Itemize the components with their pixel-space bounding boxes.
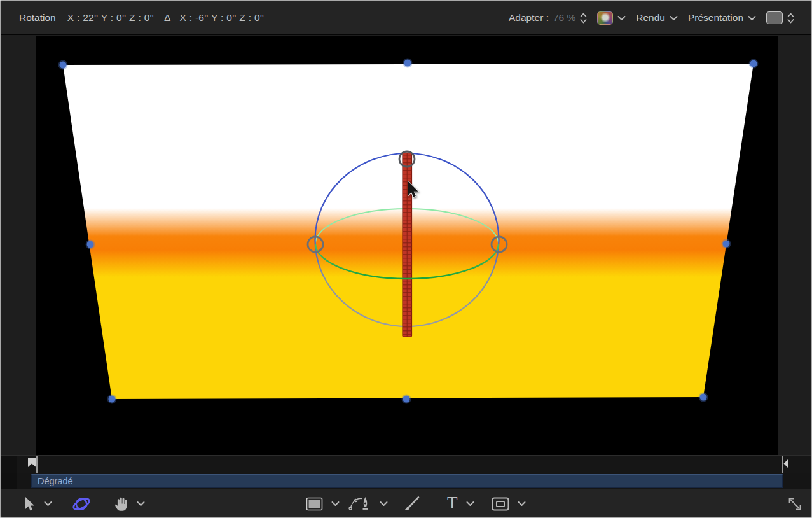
hand-icon	[113, 496, 128, 512]
paintbrush-icon	[403, 496, 421, 512]
canvas-toolbar: T	[1, 489, 811, 518]
motion-canvas-window: Rotation X : 22° Y : 0° Z : 0° Δ X : -6°…	[0, 0, 812, 518]
timeline-left-gutter	[1, 456, 17, 473]
selection-handle[interactable]	[60, 62, 67, 69]
display-rectangle-icon	[766, 11, 783, 24]
selection-handle[interactable]	[750, 60, 757, 67]
selection-handle[interactable]	[723, 241, 730, 248]
chevron-down-icon	[670, 15, 678, 21]
color-channels-icon	[597, 11, 613, 25]
timing-display: Dégradé	[1, 473, 811, 489]
chevron-down-icon	[748, 15, 756, 21]
canvas-viewport[interactable]	[36, 36, 778, 455]
bezier-pen-tool[interactable]	[348, 489, 388, 518]
3d-transform-tool-active[interactable]	[71, 489, 92, 518]
resize-timeline-control[interactable]	[787, 489, 803, 518]
zoom-label: Adapter :	[509, 12, 549, 24]
display-layout-control[interactable]	[766, 11, 794, 24]
text-tool-icon: T	[447, 494, 458, 512]
canvas-scene	[36, 36, 778, 455]
rotation-label: Rotation	[19, 12, 56, 24]
view-presentation-menu[interactable]: Présentation	[688, 12, 756, 24]
rotation-values: X : 22° Y : 0° Z : 0°	[67, 12, 154, 24]
rotation-status: Rotation X : 22° Y : 0° Z : 0° Δ X : -6°…	[19, 12, 264, 24]
chevron-down-icon[interactable]	[380, 501, 388, 507]
mask-shape-tool[interactable]	[492, 489, 526, 518]
selection-handle[interactable]	[404, 60, 411, 67]
track-label: Dégradé	[38, 476, 73, 486]
selection-handle[interactable]	[87, 241, 94, 248]
chevron-down-icon[interactable]	[331, 501, 340, 507]
render-menu-label: Rendu	[636, 12, 665, 24]
selection-handle[interactable]	[700, 394, 707, 401]
pan-hand-tool[interactable]	[113, 489, 145, 518]
chevron-down-icon[interactable]	[518, 501, 526, 507]
arrow-cursor-icon	[23, 496, 36, 512]
text-tool[interactable]: T	[447, 489, 474, 518]
render-menu[interactable]: Rendu	[636, 12, 678, 24]
chevron-down-icon[interactable]	[137, 501, 145, 507]
mini-timeline-ruler[interactable]	[1, 455, 811, 473]
stepper-icon[interactable]	[580, 13, 587, 24]
play-range-in-marker[interactable]	[25, 456, 41, 473]
chevron-down-icon[interactable]	[466, 501, 474, 507]
gradient-track-bar[interactable]: Dégradé	[31, 474, 783, 488]
paint-stroke-tool[interactable]	[403, 489, 421, 518]
canvas-area	[1, 35, 811, 455]
selection-handle[interactable]	[109, 396, 116, 403]
play-range-out-marker[interactable]	[778, 456, 789, 473]
chevron-down-icon	[617, 15, 626, 21]
delta-symbol: Δ	[164, 12, 170, 24]
rounded-rect-mask-icon	[492, 497, 509, 511]
diagonal-resize-icon	[787, 496, 803, 512]
zoom-level-control[interactable]: Adapter : 76 %	[509, 12, 587, 24]
delta-values: X : -6° Y : 0° Z : 0°	[179, 12, 264, 24]
track-left-gutter	[1, 473, 17, 489]
3d-orbit-icon	[71, 494, 92, 514]
canvas-view-controls: Adapter : 76 % Rendu Pré	[509, 11, 794, 25]
canvas-status-bar: Rotation X : 22° Y : 0° Z : 0° Δ X : -6°…	[1, 1, 811, 35]
selection-handle[interactable]	[403, 396, 410, 403]
channels-menu[interactable]	[597, 11, 626, 25]
stepper-icon[interactable]	[787, 13, 794, 24]
rectangle-icon	[306, 497, 323, 511]
zoom-value: 76 %	[553, 12, 575, 24]
chevron-down-icon[interactable]	[44, 501, 52, 507]
y-axis-handle[interactable]	[403, 153, 412, 337]
presentation-menu-label: Présentation	[688, 12, 743, 24]
rectangle-shape-tool[interactable]	[306, 489, 340, 518]
pen-bezier-icon	[348, 496, 371, 512]
select-transform-tool[interactable]	[23, 489, 52, 518]
